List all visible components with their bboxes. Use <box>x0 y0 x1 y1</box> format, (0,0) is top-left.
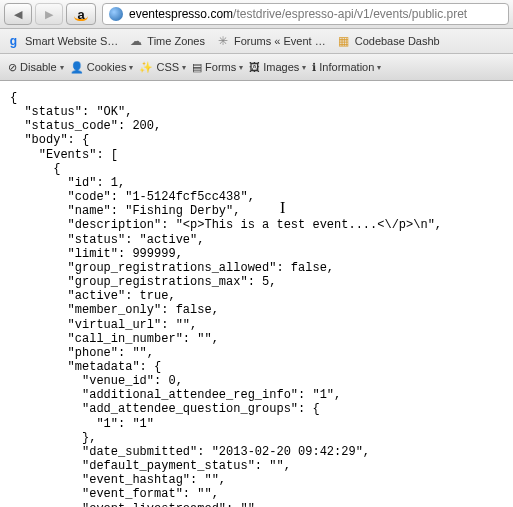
menu-label: CSS <box>156 61 179 73</box>
information-menu[interactable]: ℹ Information ▾ <box>312 61 381 74</box>
cookies-menu[interactable]: 👤 Cookies ▾ <box>70 61 134 74</box>
images-menu[interactable]: 🖼 Images ▾ <box>249 61 306 73</box>
url-host: eventespresso.com <box>129 7 233 21</box>
back-button[interactable]: ◀ <box>4 3 32 25</box>
url-path: /testdrive/espresso-api/v1/events/public… <box>233 7 467 21</box>
browser-top-nav: ◀ ▶ a eventespresso.com/testdrive/espres… <box>0 0 513 29</box>
chevron-down-icon: ▾ <box>60 63 64 72</box>
info-icon: ℹ <box>312 61 316 74</box>
menu-label: Disable <box>20 61 57 73</box>
chevron-down-icon: ▾ <box>129 63 133 72</box>
disable-icon: ⊘ <box>8 61 17 74</box>
bookmark-label: Codebase Dashb <box>355 35 440 47</box>
back-icon: ◀ <box>14 8 22 21</box>
chevron-down-icon: ▾ <box>239 63 243 72</box>
image-icon: 🖼 <box>249 61 260 73</box>
chevron-down-icon: ▾ <box>182 63 186 72</box>
cloud-icon: ☁ <box>128 34 143 49</box>
wand-icon: ✨ <box>139 61 153 74</box>
google-icon: g <box>6 34 21 49</box>
bookmark-codebase[interactable]: ▦ Codebase Dashb <box>336 34 440 49</box>
forward-button[interactable]: ▶ <box>35 3 63 25</box>
bookmarks-bar: g Smart Website S… ☁ Time Zones ✳ Forums… <box>0 29 513 54</box>
menu-label: Information <box>319 61 374 73</box>
disable-menu[interactable]: ⊘ Disable ▾ <box>8 61 64 74</box>
bookmark-time-zones[interactable]: ☁ Time Zones <box>128 34 205 49</box>
chevron-down-icon: ▾ <box>302 63 306 72</box>
menu-label: Forms <box>205 61 236 73</box>
web-developer-toolbar: ⊘ Disable ▾ 👤 Cookies ▾ ✨ CSS ▾ ▤ Forms … <box>0 54 513 81</box>
address-bar[interactable]: eventespresso.com/testdrive/espresso-api… <box>102 3 509 25</box>
amazon-icon: a <box>77 7 84 22</box>
bookmark-smart-website[interactable]: g Smart Website S… <box>6 34 118 49</box>
amazon-bookmark-button[interactable]: a <box>66 3 96 25</box>
menu-label: Images <box>263 61 299 73</box>
bookmark-forums[interactable]: ✳ Forums « Event … <box>215 34 326 49</box>
form-icon: ▤ <box>192 61 202 74</box>
bookmark-label: Forums « Event … <box>234 35 326 47</box>
bookmark-label: Time Zones <box>147 35 205 47</box>
menu-label: Cookies <box>87 61 127 73</box>
person-icon: 👤 <box>70 61 84 74</box>
bookmark-label: Smart Website S… <box>25 35 118 47</box>
forms-menu[interactable]: ▤ Forms ▾ <box>192 61 243 74</box>
gear-icon: ✳ <box>215 34 230 49</box>
json-response-body: { "status": "OK", "status_code": 200, "b… <box>0 81 513 507</box>
chevron-down-icon: ▾ <box>377 63 381 72</box>
globe-icon <box>109 7 123 21</box>
grid-icon: ▦ <box>336 34 351 49</box>
css-menu[interactable]: ✨ CSS ▾ <box>139 61 186 74</box>
forward-icon: ▶ <box>45 8 53 21</box>
